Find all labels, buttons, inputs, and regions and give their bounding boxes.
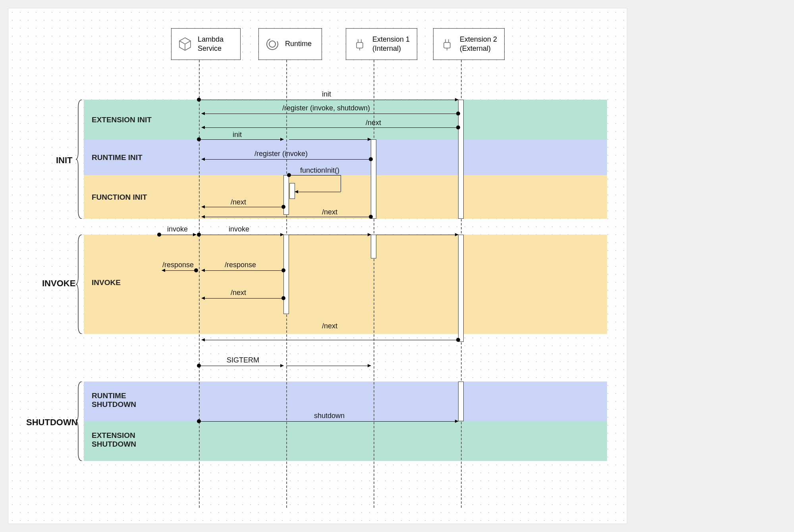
msg-arrow [159, 235, 196, 235]
msg-label: /next [322, 208, 337, 216]
phase-label: RUNTIME SHUTDOWN [92, 391, 136, 409]
actor-runtime: Runtime [258, 28, 322, 60]
msg-label: functionInit() [300, 166, 339, 175]
phase-runtime-init [84, 139, 607, 175]
activation-ext1 [371, 139, 376, 219]
plug-icon [352, 36, 368, 52]
sequence-diagram: Lambda Service Runtime Extension 1 (Inte… [8, 8, 627, 524]
msg-arrow [202, 298, 283, 299]
msg-label: /next [366, 119, 381, 127]
phase-function-init [84, 175, 607, 219]
msg-dot [456, 338, 460, 342]
phase-label: RUNTIME INIT [92, 153, 143, 162]
svg-rect-6 [444, 42, 450, 48]
msg-dot [197, 137, 201, 141]
msg-dot [369, 215, 373, 219]
actor-label: Extension 1 (Internal) [372, 35, 410, 54]
msg-arrow [376, 235, 458, 235]
msg-arrow [289, 139, 371, 140]
msg-arrow [202, 207, 283, 207]
msg-arrow [162, 270, 196, 271]
msg-dot [197, 98, 201, 102]
phase-extension-shutdown [84, 421, 607, 461]
msg-dot [456, 112, 460, 116]
msg-arrow [202, 340, 458, 340]
msg-dot [194, 268, 198, 272]
activation-ext2-c [458, 382, 464, 421]
msg-label: SIGTERM [227, 356, 259, 364]
brace-icon [76, 382, 84, 461]
actor-label: Extension 2 (External) [460, 35, 497, 54]
actor-lambda-service: Lambda Service [171, 28, 241, 60]
msg-dot [197, 419, 201, 423]
activation-runtime-nested [289, 183, 295, 199]
group-label-init: INIT [56, 155, 73, 166]
actor-extension-1: Extension 1 (Internal) [346, 28, 417, 60]
spinner-icon [264, 36, 280, 52]
msg-arrow [202, 159, 371, 160]
msg-label: init [322, 90, 331, 98]
msg-arrow [286, 366, 371, 366]
msg-dot [197, 364, 201, 368]
msg-arrow [202, 114, 458, 114]
msg-dot [287, 173, 291, 177]
lifeline-lambda [199, 60, 200, 508]
msg-label: invoke [229, 225, 249, 233]
svg-rect-2 [357, 42, 363, 48]
msg-dot [157, 233, 161, 237]
msg-dot [456, 125, 460, 129]
msg-arrow [199, 139, 283, 140]
phase-label: INVOKE [92, 278, 121, 287]
phase-invoke [84, 235, 607, 334]
msg-label: invoke [167, 225, 188, 233]
phase-label: EXTENSION SHUTDOWN [92, 431, 136, 449]
activation-ext2-b [458, 235, 464, 342]
group-label-shutdown: SHUTDOWN [26, 417, 78, 428]
activation-runtime-b [283, 235, 289, 314]
cube-icon [177, 36, 193, 52]
msg-label: /response [162, 261, 194, 269]
msg-label: shutdown [314, 412, 345, 420]
svg-point-1 [269, 41, 276, 47]
msg-arrow [202, 217, 371, 217]
msg-label: /register (invoke) [254, 150, 308, 158]
msg-label: /next [322, 322, 337, 330]
msg-arrow [199, 421, 458, 422]
activation-ext2 [458, 100, 464, 219]
msg-dot [281, 268, 285, 272]
phase-label: EXTENSION INIT [92, 116, 152, 124]
msg-label: /register (invoke, shutdown) [282, 104, 370, 112]
msg-dot [369, 157, 373, 161]
msg-label: /response [225, 261, 256, 269]
phase-label: FUNCTION INIT [92, 193, 147, 202]
msg-arrow [199, 235, 283, 235]
msg-arrow [202, 127, 458, 128]
msg-label: /next [231, 198, 246, 206]
phase-runtime-shutdown [84, 382, 607, 421]
actor-label: Runtime [285, 39, 312, 48]
msg-arrow [202, 270, 283, 271]
activation-runtime-a [283, 175, 289, 215]
actor-label: Lambda Service [198, 35, 224, 54]
msg-dot [281, 205, 285, 209]
msg-arrow [289, 235, 371, 235]
plug-icon [439, 36, 455, 52]
msg-arrow [199, 366, 283, 366]
msg-dot [281, 296, 285, 300]
msg-label: /next [231, 289, 246, 297]
brace-icon [76, 235, 84, 334]
msg-label: init [233, 131, 242, 139]
activation-ext1-b [371, 235, 376, 258]
msg-arrow [341, 175, 341, 192]
brace-icon [76, 100, 84, 219]
msg-dot [197, 233, 201, 237]
msg-arrow [295, 192, 341, 192]
msg-arrow [289, 175, 341, 175]
group-label-invoke: INVOKE [42, 278, 75, 289]
msg-arrow [199, 100, 458, 100]
actor-extension-2: Extension 2 (External) [433, 28, 505, 60]
svg-point-0 [267, 39, 278, 50]
